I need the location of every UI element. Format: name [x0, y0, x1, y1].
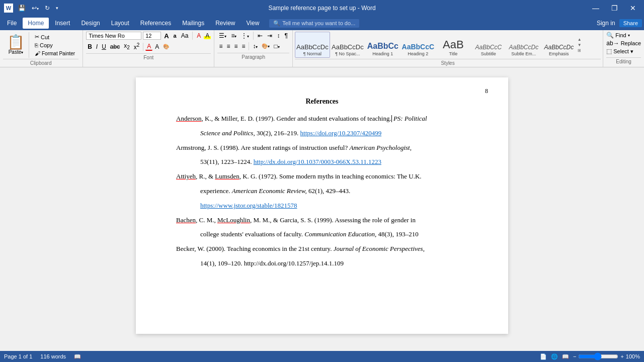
borders-button[interactable]: □▾ [272, 43, 281, 50]
attiyeh-link[interactable]: https://www.jstor.org/stable/1821578 [200, 202, 297, 209]
show-formatting-button[interactable]: ¶ [283, 32, 289, 39]
menu-references[interactable]: References [135, 18, 176, 29]
replace-button[interactable]: ab→ Replace [606, 40, 641, 47]
cut-button[interactable]: ✂ Cut [33, 33, 76, 41]
superscript-button[interactable]: x2 [132, 42, 141, 51]
styles-label: Styles [295, 59, 601, 67]
save-button[interactable]: 💾 [16, 4, 28, 13]
multilevel-button[interactable]: ⋮▾ [239, 32, 251, 39]
zoom-out-button[interactable]: − [573, 353, 576, 359]
restore-button[interactable]: ❐ [607, 3, 622, 13]
decrease-indent-button[interactable]: ⇤ [256, 32, 264, 39]
document-view-print[interactable]: 📄 [540, 353, 547, 360]
minimize-button[interactable]: — [588, 3, 603, 13]
style-heading2-label: Heading 2 [408, 51, 428, 56]
para-row-1: ☰▾ ≡▾ ⋮▾ ⇤ ⇥ ↕ ¶ [217, 32, 289, 40]
anderson-italic: PS: Political [393, 115, 427, 122]
style-heading2[interactable]: AaBbCcC Heading 2 [400, 32, 436, 58]
customize-button[interactable]: ▾ [54, 5, 60, 12]
subscript-button[interactable]: x2 [122, 42, 131, 51]
menu-review[interactable]: Review [210, 18, 240, 29]
share-button[interactable]: Share [619, 19, 642, 27]
document-view-web[interactable]: 🌐 [551, 353, 558, 360]
ref-armstrong: Armstrong, J. S. (1998). Are student rat… [176, 143, 468, 153]
font-size-input[interactable] [143, 32, 161, 40]
bullets-button[interactable]: ☰▾ [217, 32, 228, 39]
style-normal[interactable]: AaBbCcDc ¶ Normal [295, 32, 330, 58]
style-no-space[interactable]: AaBbCcDc ¶ No Spac... [330, 32, 365, 58]
zoom-level: 100% [626, 353, 640, 359]
redo-button[interactable]: ↻ [43, 4, 52, 13]
styles-section: AaBbCcDc ¶ Normal AaBbCcDc ¶ No Spac... … [293, 30, 603, 67]
close-button[interactable]: ✕ [626, 3, 640, 13]
style-title-preview: AaB [443, 39, 464, 50]
style-emphasis[interactable]: AaBbCcDc Emphasis [541, 32, 577, 58]
sign-in-button[interactable]: Sign in [597, 20, 615, 27]
increase-indent-button[interactable]: ⇥ [266, 32, 274, 39]
styles-scroll-down[interactable]: ▼ [578, 43, 582, 47]
underline-button[interactable]: U [100, 43, 108, 50]
style-title-label: Title [449, 51, 458, 56]
shading-btn[interactable]: 🎨 [162, 44, 171, 50]
zoom-in-button[interactable]: + [620, 353, 623, 359]
text-highlight-button[interactable]: A [153, 43, 160, 50]
tell-me-search[interactable]: 🔍 Tell me what you want to do... [269, 19, 359, 28]
paste-button[interactable]: 📋 Paste▾ [3, 32, 29, 58]
style-subtle-em[interactable]: AaBbCcDc Subtle Em... [506, 32, 541, 58]
italic-button[interactable]: I [95, 43, 99, 50]
menu-view[interactable]: View [242, 18, 265, 29]
ribbon: 📋 Paste▾ ✂ Cut ⎘ Copy 🖌 Format Painter [0, 30, 644, 67]
font-name-input[interactable] [86, 32, 141, 40]
menu-file[interactable]: File [2, 18, 22, 29]
styles-row: AaBbCcDc ¶ Normal AaBbCcDc ¶ No Spac... … [295, 32, 601, 58]
title-bar: W 💾 ↩▾ ↻ ▾ Sample reference page to set … [0, 0, 644, 16]
style-heading1[interactable]: AaBbCc Heading 1 [365, 32, 400, 58]
menu-layout[interactable]: Layout [106, 18, 134, 29]
ref-bachen-cont: college students' evaluations of faculty… [176, 229, 468, 240]
align-right-button[interactable]: ≡ [232, 43, 239, 50]
text-color-button[interactable]: A [145, 43, 152, 51]
clear-formatting-button[interactable]: A [195, 32, 202, 39]
font-grow-button[interactable]: A [163, 32, 170, 40]
styles-expand[interactable]: ⊞ [578, 48, 582, 53]
armstrong-link[interactable]: http://dx.doi.org/10.1037/0003-066X.53.1… [254, 158, 381, 165]
font-shrink-button[interactable]: a [172, 33, 178, 39]
sort-button[interactable]: ↕ [275, 32, 281, 39]
para-row-2: ≡ ≡ ≡ ≡ ↕▾ 🎨▾ □▾ [217, 42, 289, 50]
find-button[interactable]: 🔍 Find ▾ [606, 32, 641, 39]
find-icon: 🔍 [606, 32, 614, 39]
bold-button[interactable]: B [86, 43, 94, 50]
replace-icon: ab→ [606, 40, 619, 47]
style-subtitle[interactable]: AaBbCcC Subtitle [471, 32, 506, 58]
style-subtle-em-label: Subtle Em... [511, 51, 536, 56]
strikethrough-button[interactable]: abc [109, 43, 121, 50]
anderson-link[interactable]: https://doi.org/10.2307/420499 [300, 129, 382, 137]
word-count: 116 words [40, 353, 66, 359]
align-left-button[interactable]: ≡ [217, 43, 224, 50]
select-button[interactable]: ⬚ Select ▾ [606, 48, 641, 55]
align-center-button[interactable]: ≡ [225, 43, 231, 50]
proofing-icon: 📖 [74, 353, 81, 360]
highlight-button[interactable]: A [204, 32, 211, 39]
shading-btn2[interactable]: 🎨▾ [260, 43, 271, 49]
numbering-button[interactable]: ≡▾ [229, 32, 238, 39]
menu-home[interactable]: Home [23, 18, 49, 29]
styles-scroll: ▲ ▼ ⊞ [577, 36, 583, 54]
styles-scroll-up[interactable]: ▲ [578, 37, 582, 42]
menu-mailings[interactable]: Mailings [177, 18, 209, 29]
style-title[interactable]: AaB Title [436, 32, 471, 58]
copy-button[interactable]: ⎘ Copy [33, 42, 76, 49]
ref-attiyeh-cont: experience. American Economic Review, 62… [176, 186, 468, 197]
style-subtle-em-preview: AaBbCcDc [509, 44, 539, 50]
menu-design[interactable]: Design [76, 18, 105, 29]
undo-button[interactable]: ↩▾ [30, 4, 41, 13]
window-controls: — ❐ ✕ [588, 3, 640, 13]
zoom-slider[interactable] [578, 352, 618, 360]
menu-insert[interactable]: Insert [50, 18, 75, 29]
document-page[interactable]: 8 References Anderson, K., & Miller, E. … [136, 77, 508, 334]
justify-button[interactable]: ≡ [240, 43, 247, 50]
document-view-read[interactable]: 📖 [562, 353, 569, 360]
line-spacing-button[interactable]: ↕▾ [251, 43, 259, 50]
change-case-button[interactable]: Aa [180, 32, 190, 39]
format-painter-button[interactable]: 🖌 Format Painter [33, 50, 76, 57]
